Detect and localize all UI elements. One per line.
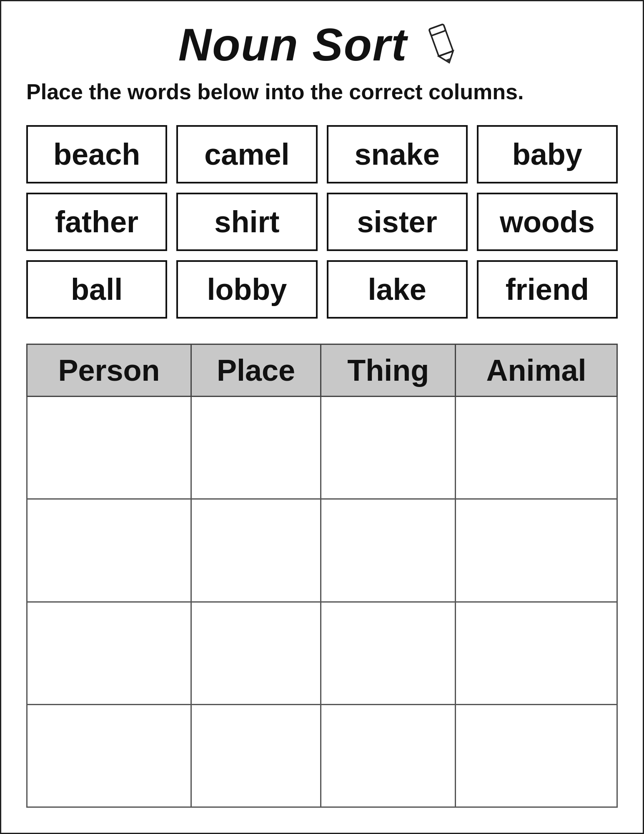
table-header-person: Person — [27, 344, 191, 397]
table-header-place: Place — [191, 344, 321, 397]
table-cell[interactable] — [456, 499, 617, 602]
table-cell[interactable] — [321, 499, 456, 602]
table-cell[interactable] — [456, 704, 617, 807]
word-box: woods — [477, 193, 618, 251]
table-cell[interactable] — [191, 704, 321, 807]
table-body — [27, 397, 617, 807]
page: Noun Sort Place the words below into the… — [0, 0, 644, 834]
word-box: father — [26, 193, 167, 251]
table-cell[interactable] — [321, 704, 456, 807]
table-row — [27, 602, 617, 704]
table-cell[interactable] — [191, 499, 321, 602]
pencil-icon — [420, 22, 466, 68]
table-header-animal: Animal — [456, 344, 617, 397]
table-header-thing: Thing — [321, 344, 456, 397]
table-cell[interactable] — [27, 397, 191, 499]
word-box: shirt — [176, 193, 317, 251]
table-cell[interactable] — [321, 602, 456, 704]
title-row: Noun Sort — [26, 18, 618, 71]
table-header-row: PersonPlaceThingAnimal — [27, 344, 617, 397]
word-box: snake — [327, 125, 468, 183]
page-title: Noun Sort — [178, 18, 408, 71]
word-box: sister — [327, 193, 468, 251]
table-cell[interactable] — [27, 602, 191, 704]
subtitle: Place the words below into the correct c… — [26, 79, 524, 104]
table-cell[interactable] — [456, 397, 617, 499]
table-row — [27, 704, 617, 807]
words-grid: beachcamelsnakebabyfathershirtsisterwood… — [26, 125, 618, 319]
word-box: lobby — [176, 260, 317, 319]
table-cell[interactable] — [456, 602, 617, 704]
table-row — [27, 397, 617, 499]
table-cell[interactable] — [191, 397, 321, 499]
word-box: friend — [477, 260, 618, 319]
table-row — [27, 499, 617, 602]
table-cell[interactable] — [191, 602, 321, 704]
word-box: beach — [26, 125, 167, 183]
sort-table: PersonPlaceThingAnimal — [26, 344, 618, 808]
word-box: lake — [327, 260, 468, 319]
table-cell[interactable] — [27, 704, 191, 807]
table-cell[interactable] — [27, 499, 191, 602]
table-cell[interactable] — [321, 397, 456, 499]
word-box: baby — [477, 125, 618, 183]
word-box: ball — [26, 260, 167, 319]
word-box: camel — [176, 125, 317, 183]
